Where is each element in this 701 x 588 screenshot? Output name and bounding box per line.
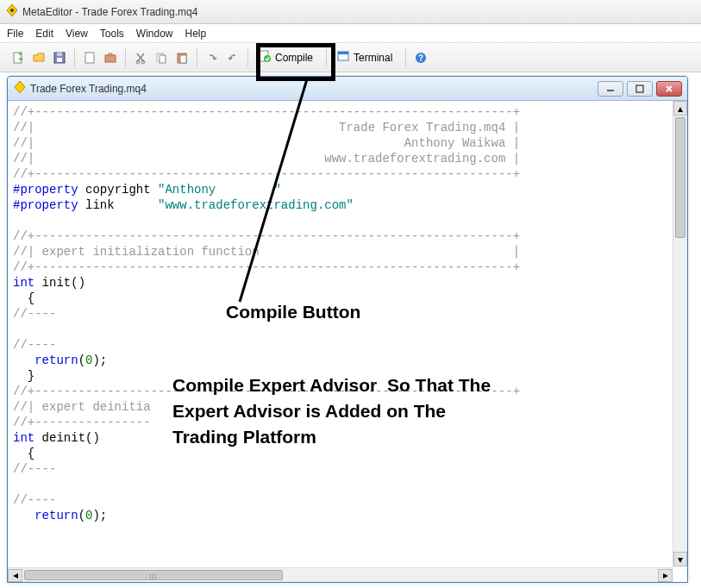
separator xyxy=(247,48,248,67)
editor-titlebar: Trade Forex Trading.mq4 xyxy=(8,77,687,101)
menu-edit[interactable]: Edit xyxy=(35,28,53,40)
terminal-label: Terminal xyxy=(354,52,392,64)
svg-rect-9 xyxy=(105,55,116,62)
separator xyxy=(326,48,327,67)
file-icon xyxy=(13,80,27,97)
svg-rect-8 xyxy=(85,53,94,63)
doc-icon-button[interactable] xyxy=(80,48,99,67)
redo-button[interactable] xyxy=(223,48,242,67)
app-title: MetaEditor - Trade Forex Trading.mq4 xyxy=(22,6,197,18)
svg-rect-6 xyxy=(57,58,62,62)
scroll-down-arrow[interactable]: ▾ xyxy=(673,552,687,566)
compile-icon xyxy=(258,49,272,66)
scroll-up-arrow[interactable]: ▴ xyxy=(673,101,687,116)
editor-window: Trade Forex Trading.mq4 //+-------------… xyxy=(7,76,688,583)
vertical-scrollbar[interactable]: ▴ ▾ xyxy=(673,101,687,566)
svg-point-1 xyxy=(10,9,14,12)
menu-file[interactable]: File xyxy=(7,28,23,40)
undo-button[interactable] xyxy=(203,48,222,67)
maximize-button[interactable] xyxy=(627,81,653,97)
annotation-explain: Compile Expert Advisor So That The Exper… xyxy=(172,372,491,450)
mdi-area: Trade Forex Trading.mq4 //+-------------… xyxy=(0,72,701,588)
svg-text:+: + xyxy=(18,54,23,64)
scroll-right-arrow[interactable]: ▸ xyxy=(658,569,673,582)
menu-window[interactable]: Window xyxy=(136,28,173,40)
separator xyxy=(74,48,75,67)
app-icon xyxy=(5,3,19,20)
separator xyxy=(125,48,126,67)
terminal-button[interactable]: Terminal xyxy=(332,47,400,68)
scroll-left-arrow[interactable]: ◂ xyxy=(8,569,22,582)
close-button[interactable] xyxy=(656,81,682,97)
paste-button[interactable] xyxy=(172,48,191,67)
horizontal-scrollbar[interactable]: ◂ ||| ▸ xyxy=(8,567,673,582)
annotation-compile-label: Compile Button xyxy=(226,302,360,322)
terminal-icon xyxy=(336,49,350,66)
menu-help[interactable]: Help xyxy=(185,28,207,40)
svg-marker-22 xyxy=(15,81,25,93)
vscroll-thumb[interactable] xyxy=(675,117,685,238)
svg-text:?: ? xyxy=(418,53,423,63)
editor-title: Trade Forex Trading.mq4 xyxy=(30,83,598,95)
svg-rect-24 xyxy=(636,85,643,92)
toolbox-button[interactable] xyxy=(101,48,120,67)
svg-rect-13 xyxy=(160,55,166,63)
open-file-button[interactable] xyxy=(29,48,48,67)
menubar: File Edit View Tools Window Help xyxy=(0,24,701,43)
separator xyxy=(197,48,197,67)
help-button[interactable]: ? xyxy=(411,48,430,67)
save-button[interactable] xyxy=(50,48,69,67)
hscroll-thumb[interactable]: ||| xyxy=(24,570,283,580)
svg-rect-15 xyxy=(180,55,186,63)
app-titlebar: MetaEditor - Trade Forex Trading.mq4 xyxy=(0,0,701,24)
new-file-button[interactable]: + xyxy=(9,48,28,67)
svg-rect-19 xyxy=(338,52,348,54)
minimize-button[interactable] xyxy=(598,81,623,97)
svg-rect-7 xyxy=(57,53,62,56)
toolbar: + Compile Terminal ? xyxy=(0,43,701,72)
compile-label: Compile xyxy=(275,52,313,64)
menu-view[interactable]: View xyxy=(66,28,88,40)
menu-tools[interactable]: Tools xyxy=(100,28,124,40)
compile-button[interactable]: Compile xyxy=(253,47,321,68)
separator xyxy=(405,48,406,67)
copy-button[interactable] xyxy=(152,48,171,67)
cut-button[interactable] xyxy=(131,48,150,67)
code-editor[interactable]: //+-------------------------------------… xyxy=(8,101,687,582)
